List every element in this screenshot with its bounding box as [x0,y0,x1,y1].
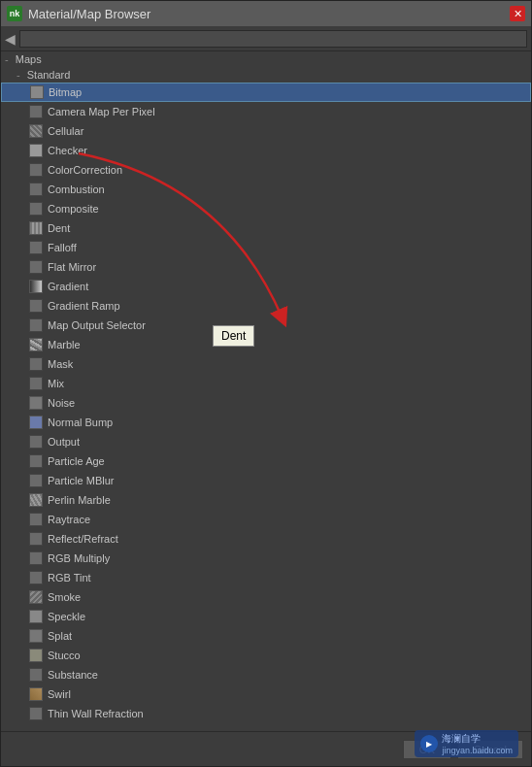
gradient-icon [28,279,44,294]
item-label-rgb-multiply: RGB Multiply [48,552,110,564]
standard-collapse-arrow: - [17,69,20,81]
list-item-marble[interactable]: Marble [1,335,531,354]
list-item-stucco[interactable]: Stucco [1,646,531,665]
list-item-swirl[interactable]: Swirl [1,684,531,704]
speckle-icon [28,609,44,624]
plain-icon [28,182,44,197]
maps-label: Maps [16,53,42,65]
list-item-substance[interactable]: Substance [1,665,531,684]
item-label-cellular: Cellular [48,125,83,137]
list-item-smoke[interactable]: Smoke [1,587,531,607]
window-title: Material/Map Browser [28,7,150,21]
back-arrow-icon[interactable]: ◀ [5,31,16,47]
item-label-map-output-selector: Map Output Selector [48,319,146,331]
list-item-cellular[interactable]: Cellular [1,121,531,141]
close-button[interactable]: ✕ [510,6,525,21]
smoke-icon [28,589,44,605]
item-label-combustion: Combustion [48,183,105,195]
item-label-marble: Marble [48,339,81,350]
list-item-gradient-ramp[interactable]: Gradient Ramp [1,296,531,316]
item-label-composite: Composite [48,203,99,215]
item-label-particle-age: Particle Age [48,455,105,467]
plain-icon [28,298,44,314]
list-item-map-output-selector[interactable]: Map Output Selector [1,316,531,335]
plain-icon [28,473,44,488]
item-label-camera-map-per-pixel: Camera Map Per Pixel [48,106,155,117]
list-item-dent[interactable]: Dent [1,218,531,238]
perlinmarble-icon [28,492,44,508]
plain-icon [28,201,44,217]
main-window: nk Material/Map Browser ✕ ◀ - Maps - Sta… [0,0,532,767]
app-icon: nk [7,6,22,21]
list-item-splat[interactable]: Splat [1,626,531,646]
plain-icon [28,259,44,275]
item-label-falloff: Falloff [48,242,77,253]
list-item-flat-mirror[interactable]: Flat Mirror [1,257,531,277]
plain-icon [28,162,44,178]
plain-icon [28,570,44,585]
item-label-splat: Splat [48,630,72,642]
item-label-checker: Checker [48,145,87,156]
item-label-substance: Substance [48,669,98,681]
item-label-thin-wall-refraction: Thin Wall Refraction [48,708,144,719]
cellular-icon [28,123,44,139]
list-item-particle-mblur[interactable]: Particle MBlur [1,471,531,490]
plain-icon [28,453,44,469]
item-label-rgb-tint: RGB Tint [48,572,91,584]
list-item-color-correction[interactable]: ColorCorrection [1,160,531,180]
bitmap-icon [29,84,45,100]
plain-icon [28,317,44,333]
swirl-icon [28,686,44,702]
list-item-rgb-multiply[interactable]: RGB Multiply [1,549,531,568]
item-label-mask: Mask [48,358,73,370]
item-label-noise: Noise [48,397,75,409]
list-item-composite[interactable]: Composite [1,199,531,218]
plain-icon [28,240,44,255]
item-label-particle-mblur: Particle MBlur [48,475,114,486]
watermark-play-icon: ▶ [420,735,438,752]
list-item-raytrace[interactable]: Raytrace [1,510,531,529]
marble-icon [28,337,44,352]
dent-icon [28,220,44,236]
list-item-reflect-refract[interactable]: Reflect/Refract [1,529,531,549]
list-item-noise[interactable]: Noise [1,393,531,413]
list-item-mask[interactable]: Mask [1,354,531,374]
list-item-output[interactable]: Output [1,432,531,451]
section-standard[interactable]: - Standard [1,67,531,83]
item-label-dent: Dent [48,222,70,234]
section-maps[interactable]: - Maps [1,51,531,67]
list-item-particle-age[interactable]: Particle Age [1,451,531,471]
list-item-combustion[interactable]: Combustion [1,180,531,199]
list-item-thin-wall-refraction[interactable]: Thin Wall Refraction [1,704,531,723]
maps-collapse-arrow: - [5,53,9,65]
plain-icon [28,434,44,450]
noise-icon [28,395,44,411]
list-item-bitmap[interactable]: Bitmap [1,83,531,102]
list-item-speckle[interactable]: Speckle [1,607,531,626]
plain-icon [28,550,44,566]
item-label-smoke: Smoke [48,591,81,603]
plain-icon [28,376,44,391]
list-item-camera-map-per-pixel[interactable]: Camera Map Per Pixel [1,102,531,121]
list-item-rgb-tint[interactable]: RGB Tint [1,568,531,587]
checker-icon [28,143,44,158]
title-bar-left: nk Material/Map Browser [7,6,150,21]
list-item-checker[interactable]: Checker [1,141,531,160]
list-item-falloff[interactable]: Falloff [1,238,531,257]
item-label-perlin-marble: Perlin Marble [48,494,111,506]
item-label-speckle: Speckle [48,611,85,622]
plain-icon [28,667,44,683]
item-label-stucco: Stucco [48,650,81,661]
list-item-perlin-marble[interactable]: Perlin Marble [1,490,531,510]
toolbar: ◀ [1,26,531,51]
stucco-icon [28,648,44,663]
item-label-bitmap: Bitmap [49,86,82,98]
list-item-normal-bump[interactable]: Normal Bump [1,413,531,432]
plain-icon [28,531,44,547]
item-label-reflect-refract: Reflect/Refract [48,533,118,545]
list-item-mix[interactable]: Mix [1,374,531,393]
item-label-raytrace: Raytrace [48,514,90,525]
content-area[interactable]: - Maps - Standard BitmapCamera Map Per P… [1,51,531,731]
list-item-gradient[interactable]: Gradient [1,277,531,296]
search-input[interactable] [19,30,527,48]
